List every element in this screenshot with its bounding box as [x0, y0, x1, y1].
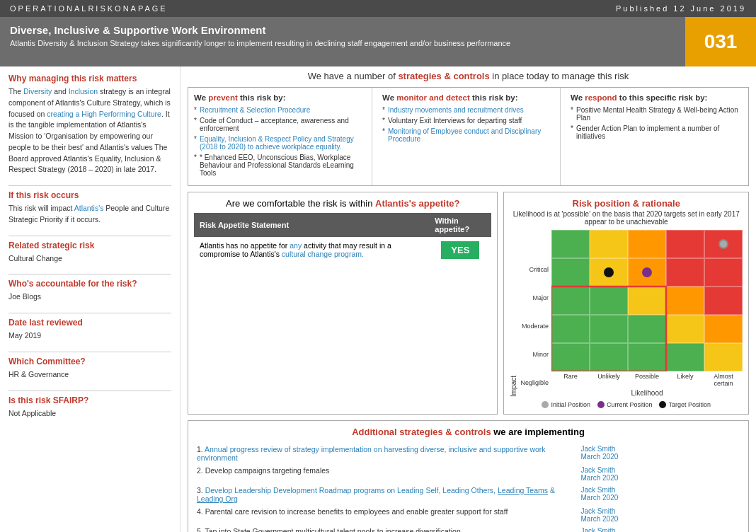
- legend-current: Current Position: [597, 401, 653, 408]
- appetite-row: Are we comfortable the risk is within At…: [188, 192, 749, 415]
- cell-m4: [704, 258, 743, 287]
- owner-3: Jack SmithMarch 2020: [578, 484, 743, 505]
- monitor-item-2: Voluntary Exit Interviews for departing …: [382, 117, 554, 125]
- owner-2: Jack SmithMarch 2020: [578, 464, 743, 484]
- sfairp-body: Not Applicable: [8, 408, 171, 420]
- cell-mi0: [551, 315, 590, 343]
- y-axis-label: Impact: [510, 376, 517, 397]
- respond-item-1: Positive Mental Health Strategy & Well-b…: [571, 106, 743, 122]
- prevent-item-3: Equality, Inclusion & Respect Policy and…: [194, 135, 366, 151]
- cell-mo4: [704, 287, 743, 315]
- strategies-table: 1. Annual progress review of strategy im…: [194, 443, 743, 532]
- cell-mi1: [590, 315, 628, 343]
- monitor-item-1: Industry movements and recruitment drive…: [382, 106, 554, 114]
- if-body: This risk will impact Atlantis's People …: [8, 203, 171, 226]
- top-header: OPERATIONALRISKONAPAGE Published 12 June…: [0, 0, 756, 17]
- chart-and-x: Rare Unlikely Possible Likely Almost cer…: [551, 230, 743, 397]
- appetite-statement: Atlantis has no appetite for any activit…: [194, 237, 429, 263]
- x-label-almost-certain: Almost certain: [704, 373, 743, 387]
- brand-name: OPERATIONALRISKONAPAGE: [10, 4, 168, 13]
- sfairp-title: Is this risk SFAIRP?: [8, 395, 171, 405]
- strategies-heading: We have a number of strategies & control…: [188, 71, 749, 81]
- appetite-heading: Are we comfortable the risk is within At…: [194, 198, 491, 209]
- y-label-negligible: Negligible: [520, 380, 549, 386]
- chart-container: Impact Critical Major Moderate Minor Neg…: [510, 230, 743, 397]
- respond-list: Positive Mental Health Strategy & Well-b…: [571, 106, 743, 140]
- respond-item-2: Gender Action Plan to implement a number…: [571, 125, 743, 140]
- chart-grid: [551, 230, 743, 371]
- y-labels: Critical Major Moderate Minor Negligible: [520, 255, 549, 397]
- y-label-major: Major: [520, 295, 549, 301]
- cell-mi4: [704, 315, 743, 343]
- action-4: 4. Parental care revision to increase be…: [194, 505, 578, 525]
- x-label-rare: Rare: [551, 373, 590, 387]
- legend-initial-label: Initial Position: [551, 401, 590, 408]
- related-body: Cultural Change: [8, 253, 171, 265]
- action-2: 2. Develop campaigns targeting females: [194, 464, 578, 484]
- legend-initial: Initial Position: [542, 401, 590, 408]
- x-axis-title: Likelihood: [551, 389, 743, 397]
- cell-m3: [666, 258, 704, 287]
- x-label-possible: Possible: [628, 373, 666, 387]
- within-col-header: Within appetite?: [429, 213, 491, 237]
- x-label-likely: Likely: [666, 373, 704, 387]
- cell-mo2: [628, 287, 666, 315]
- accountable-title: Who's accountable for the risk?: [8, 279, 171, 289]
- if-title: If this risk occurs: [8, 190, 171, 200]
- accountable-section: Who's accountable for the risk? Joe Blog…: [8, 279, 171, 303]
- row-critical: [551, 230, 743, 258]
- row-major: [551, 258, 743, 287]
- risk-position-block: Risk position & rationale Likelihood is …: [503, 192, 749, 415]
- right-panel: We have a number of strategies & control…: [181, 66, 756, 532]
- row-minor: [551, 315, 743, 343]
- y-label-minor: Minor: [520, 352, 549, 358]
- risk-number: 031: [685, 17, 756, 66]
- cell-n1: [590, 343, 628, 371]
- sfairp-section: Is this risk SFAIRP? Not Applicable: [8, 395, 171, 420]
- cell-c1: [590, 230, 628, 258]
- cell-c4: [704, 230, 743, 258]
- yes-cell: YES: [429, 237, 491, 263]
- cell-mo1: [590, 287, 628, 315]
- title-content: Diverse, Inclusive & Supportive Work Env…: [0, 17, 685, 66]
- y-label-moderate: Moderate: [520, 323, 549, 330]
- initial-dot: [542, 401, 549, 408]
- three-cols: We prevent this risk by: Recruitment & S…: [188, 87, 749, 186]
- action-3: 3. Develop Leadership Development Roadma…: [194, 484, 578, 505]
- cell-m2: [628, 258, 666, 287]
- monitor-section: We monitor and detect this risk by: Indu…: [377, 88, 561, 185]
- title-bar: Diverse, Inclusive & Supportive Work Env…: [0, 17, 756, 66]
- additional-heading: Additional strategies & controls we are …: [194, 427, 743, 437]
- dot-current: [642, 267, 652, 277]
- row-negligible: [551, 343, 743, 371]
- owner-1: Jack SmithMarch 2020: [578, 443, 743, 464]
- strategy-row-1: 1. Annual progress review of strategy im…: [194, 443, 743, 464]
- cell-c3: [666, 230, 704, 258]
- cell-n4: [704, 343, 743, 371]
- dot-target: [604, 267, 614, 277]
- legend-current-label: Current Position: [607, 401, 653, 408]
- date-title: Date last reviewed: [8, 318, 171, 328]
- row-moderate: [551, 287, 743, 315]
- date-body: May 2019: [8, 330, 171, 342]
- respond-heading: We respond to this specific risk by:: [571, 93, 743, 102]
- x-label-unlikely: Unlikely: [590, 373, 628, 387]
- cell-m0: [551, 258, 590, 287]
- chart-legend: Initial Position Current Position Target…: [510, 401, 743, 408]
- committee-title: Which Committee?: [8, 357, 171, 366]
- page-title: Diverse, Inclusive & Supportive Work Env…: [10, 24, 675, 36]
- cell-mi3: [666, 315, 704, 343]
- prevent-item-4: * Enhanced EEO, Unconscious Bias, Workpl…: [194, 154, 366, 177]
- dot-initial: [718, 239, 728, 249]
- y-label-critical: Critical: [520, 267, 549, 273]
- yes-badge: YES: [441, 241, 479, 259]
- strategy-row-3: 3. Develop Leadership Development Roadma…: [194, 484, 743, 505]
- additional-strategies: Additional strategies & controls we are …: [188, 420, 749, 532]
- x-labels: Rare Unlikely Possible Likely Almost cer…: [551, 373, 743, 387]
- published-date: Published 12 June 2019: [616, 4, 746, 13]
- cell-n3: [666, 343, 704, 371]
- cell-mo3: [666, 287, 704, 315]
- current-dot: [597, 401, 605, 408]
- cell-c2: [628, 230, 666, 258]
- main-content: Why managing this risk matters The Diver…: [0, 66, 756, 532]
